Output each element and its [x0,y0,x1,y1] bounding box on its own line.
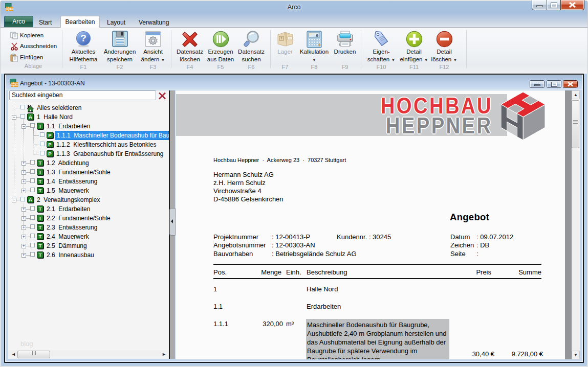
svg-text:0: 0 [316,33,318,38]
svg-text:?: ? [80,33,86,43]
